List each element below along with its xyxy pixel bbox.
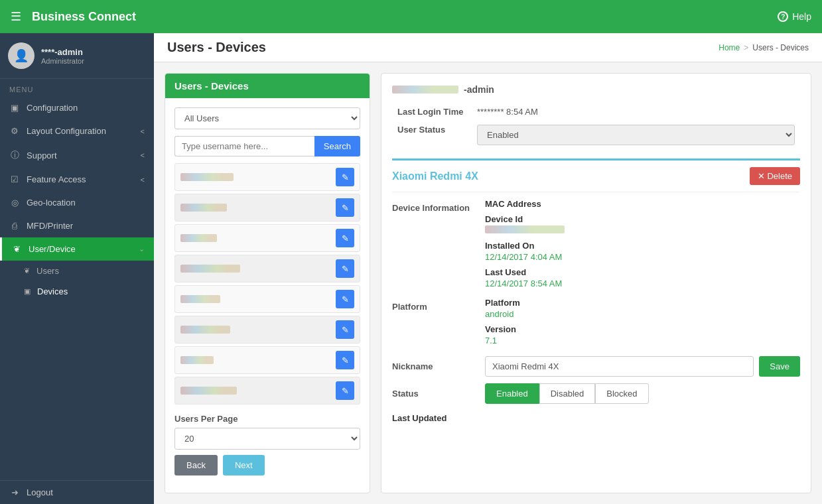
breadcrumb-separator: > <box>744 43 748 52</box>
sidebar-item-logout[interactable]: ➜ Logout <box>0 480 154 504</box>
sidebar-item-label: Feature Access <box>27 174 134 184</box>
user-name <box>180 204 227 212</box>
last-used-value: 12/14/2017 8:54 AM <box>485 279 800 288</box>
version-value: 7.1 <box>485 336 800 346</box>
last-login-label: Last Login Time <box>392 103 472 121</box>
edit-user-button[interactable]: ✎ <box>336 198 354 217</box>
help-label: Help <box>792 11 811 22</box>
edit-user-button[interactable]: ✎ <box>336 168 354 186</box>
devices-sub-icon: ▣ <box>24 287 31 296</box>
two-panel-layout: Users - Devices All Users Search ✎ <box>154 62 822 504</box>
sidebar-sub-item-devices[interactable]: ▣ Devices <box>0 281 154 302</box>
avatar: 👤 <box>8 42 34 69</box>
user-list-item[interactable]: ✎ <box>174 377 360 405</box>
device-info-fields: MAC Address Device Id Installed On 12/14… <box>485 199 800 294</box>
sidebar: 👤 ****-admin Administrator MENU ▣ Config… <box>0 33 154 504</box>
edit-user-button[interactable]: ✎ <box>336 229 354 247</box>
left-panel: Users - Devices All Users Search ✎ <box>165 73 370 493</box>
mac-address-label: MAC Address <box>485 199 800 209</box>
sidebar-username: ****-admin <box>41 47 84 57</box>
edit-user-button[interactable]: ✎ <box>336 351 354 369</box>
all-users-select[interactable]: All Users <box>174 107 360 129</box>
user-list-item[interactable]: ✎ <box>174 224 360 252</box>
username-suffix: -admin <box>464 84 494 95</box>
configuration-icon: ▣ <box>9 103 20 113</box>
content-area: Users - Devices Home > Users - Devices U… <box>154 33 822 504</box>
sidebar-user-profile: 👤 ****-admin Administrator <box>0 33 154 79</box>
chevron-down-icon: ⌄ <box>139 245 145 253</box>
layout-icon: ⚙ <box>9 126 20 136</box>
back-button[interactable]: Back <box>174 455 218 475</box>
platform-fields: Platform android Version 7.1 <box>485 298 800 351</box>
platform-label: Platform <box>485 298 800 308</box>
user-name <box>180 326 230 334</box>
last-updated-label: Last Updated <box>392 413 800 423</box>
search-button[interactable]: Search <box>314 136 360 157</box>
device-name: Xiaomi Redmi 4X <box>392 170 478 182</box>
status-field-label: Status <box>392 385 485 403</box>
save-button[interactable]: Save <box>759 356 800 377</box>
status-disabled-button[interactable]: Disabled <box>539 383 596 404</box>
sidebar-item-geo-location[interactable]: ◎ Geo-location <box>0 191 154 214</box>
version-label: Version <box>485 324 800 334</box>
search-row: Search <box>174 136 360 157</box>
last-login-row: Last Login Time ******** 8:54 AM <box>392 103 800 121</box>
last-login-value: ******** 8:54 AM <box>472 103 800 121</box>
status-btn-group: Enabled Disabled Blocked <box>485 383 800 404</box>
status-blocked-button[interactable]: Blocked <box>595 383 648 404</box>
search-input[interactable] <box>174 136 314 157</box>
top-navbar: ☰ Business Connect ? Help <box>0 0 822 33</box>
user-list-item[interactable]: ✎ <box>174 285 360 313</box>
main-layout: 👤 ****-admin Administrator MENU ▣ Config… <box>0 33 822 504</box>
installed-on-label: Installed On <box>485 241 800 251</box>
edit-user-button[interactable]: ✎ <box>336 381 354 400</box>
user-list-item[interactable]: ✎ <box>174 255 360 283</box>
sidebar-item-support[interactable]: ⓘ Support < <box>0 143 154 168</box>
user-list-item[interactable]: ✎ <box>174 194 360 221</box>
brand-label: Business Connect <box>32 10 136 24</box>
user-name <box>180 173 234 181</box>
users-sub-icon: ❦ <box>24 267 30 275</box>
sidebar-item-feature-access[interactable]: ☑ Feature Access < <box>0 168 154 191</box>
sidebar-role: Administrator <box>41 57 84 65</box>
status-label-cell: Status <box>392 385 485 403</box>
sidebar-item-layout-configuration[interactable]: ⚙ Layout Configuration < <box>0 119 154 143</box>
user-list-item[interactable]: ✎ <box>174 316 360 344</box>
user-detail-name: -admin <box>392 84 800 95</box>
user-status-select-cell: Enabled Disabled Blocked <box>472 121 800 149</box>
user-device-icon: ❦ <box>11 244 22 254</box>
next-button[interactable]: Next <box>223 455 265 475</box>
logout-icon: ➜ <box>9 487 20 497</box>
status-enabled-button[interactable]: Enabled <box>485 383 539 404</box>
sidebar-item-user-device[interactable]: ❦ User/Device ⌄ <box>0 237 154 261</box>
per-page-label: Users Per Page <box>174 414 360 424</box>
per-page-select[interactable]: 20 50 100 <box>174 428 360 450</box>
edit-user-button[interactable]: ✎ <box>336 290 354 308</box>
user-list-item[interactable]: ✎ <box>174 346 360 374</box>
delete-button[interactable]: ✕ Delete <box>750 167 800 185</box>
nickname-label: Nickname <box>392 357 485 375</box>
breadcrumb-home[interactable]: Home <box>719 43 740 52</box>
pagination-controls: Back Next <box>174 455 360 475</box>
hamburger-icon[interactable]: ☰ <box>11 9 21 24</box>
sidebar-item-mfd-printer[interactable]: ⎙ MFD/Printer <box>0 214 154 237</box>
device-info-section: Device Information MAC Address Device Id… <box>392 199 800 294</box>
edit-user-button[interactable]: ✎ <box>336 259 354 278</box>
sidebar-item-label: Support <box>27 151 134 160</box>
status-section: Status Enabled Disabled Blocked <box>392 383 800 404</box>
last-used-label: Last Used <box>485 267 800 277</box>
sidebar-sub-item-users[interactable]: ❦ Users <box>0 261 154 281</box>
sidebar-item-configuration[interactable]: ▣ Configuration <box>0 96 154 119</box>
user-name <box>180 295 220 303</box>
top-nav-left: ☰ Business Connect <box>11 9 136 24</box>
edit-user-button[interactable]: ✎ <box>336 320 354 339</box>
help-button[interactable]: ? Help <box>778 11 811 22</box>
user-list-item[interactable]: ✎ <box>174 163 360 191</box>
nickname-section: Nickname Save <box>392 356 800 377</box>
sidebar-item-label: User/Device <box>29 244 132 254</box>
printer-icon: ⎙ <box>9 221 20 231</box>
user-status-select[interactable]: Enabled Disabled Blocked <box>477 125 795 145</box>
device-id-blurred <box>485 225 565 233</box>
nickname-input[interactable] <box>485 356 754 377</box>
user-name <box>180 234 217 242</box>
